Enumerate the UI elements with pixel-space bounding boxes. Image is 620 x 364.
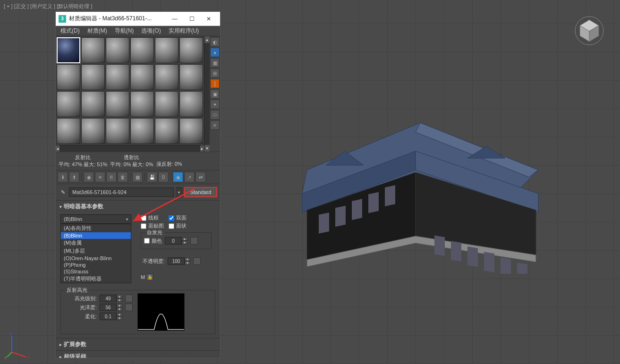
scroll-up-icon[interactable]: ▲ [204, 36, 210, 43]
twoside-checkbox[interactable]: 双面 [169, 214, 187, 221]
maximize-button[interactable]: ☐ [183, 12, 200, 25]
material-name-dropdown[interactable]: ▾ [176, 187, 182, 197]
rollout-header[interactable]: 超级采样 [56, 351, 220, 358]
sample-slot[interactable] [155, 118, 178, 144]
sample-slot[interactable] [155, 91, 178, 117]
opacity-spinner[interactable]: ▲▼ [168, 257, 190, 265]
sample-slot[interactable] [81, 64, 105, 90]
sample-slot[interactable] [106, 91, 129, 117]
scroll-down-icon[interactable]: ▼ [204, 145, 210, 152]
menu-material[interactable]: 材质(M) [85, 26, 110, 36]
map-slot-button[interactable] [193, 257, 201, 265]
spin-down-icon[interactable]: ▼ [117, 316, 122, 320]
put-to-scene-icon[interactable]: ⬆ [69, 172, 79, 182]
rollout-header[interactable]: 扩展参数 [56, 339, 220, 350]
zero-icon[interactable]: 0 [158, 172, 169, 182]
show-map-icon[interactable]: ▦ [132, 172, 143, 182]
sample-slot[interactable] [130, 118, 154, 144]
uv-tile-icon[interactable]: ⊞ [210, 68, 220, 78]
sample-slot[interactable] [106, 64, 129, 90]
copy-icon[interactable]: ⎘ [106, 172, 117, 182]
soften-spinner[interactable]: ▲▼ [100, 313, 122, 320]
sample-slot[interactable] [106, 37, 129, 63]
go-parent-icon[interactable]: ◉ [173, 172, 183, 182]
viewport-label[interactable]: [ + ] [正交 ] [用户定义 ] [默认明暗处理 ] [4, 3, 92, 10]
axis-gizmo[interactable]: x y z [5, 331, 33, 359]
assign-icon[interactable]: ◉ [84, 172, 94, 182]
gloss-spinner[interactable]: ▲▼ [100, 304, 122, 311]
map-slot-button[interactable] [190, 237, 198, 245]
sibling-icon[interactable]: ⇄ [195, 172, 206, 182]
menu-nav[interactable]: 导航(N) [112, 26, 137, 36]
spin-down-icon[interactable]: ▼ [185, 261, 190, 265]
dropdown-current[interactable]: (B)Blinn [60, 214, 131, 224]
building-model[interactable] [274, 104, 557, 274]
scroll-left-icon[interactable]: ◄ [56, 145, 59, 152]
sample-slot[interactable] [130, 91, 154, 117]
sample-slot[interactable] [179, 64, 203, 90]
sample-slot[interactable] [179, 118, 203, 144]
dropdown-item[interactable]: (M)金属 [61, 239, 131, 247]
rollout-header[interactable]: 明暗器基本参数 [56, 201, 220, 212]
spin-up-icon[interactable]: ▲ [182, 237, 187, 241]
spin-down-icon[interactable]: ▼ [117, 307, 122, 311]
sample-slot[interactable] [81, 91, 105, 117]
close-button[interactable]: ✕ [200, 12, 217, 25]
viewcube[interactable] [573, 14, 606, 47]
sample-type-icon[interactable]: ◐ [210, 37, 220, 47]
reset-icon[interactable]: ✕ [95, 172, 105, 182]
map-slot-button[interactable] [125, 304, 133, 311]
spin-down-icon[interactable]: ▼ [182, 241, 187, 245]
slot-scroll-h[interactable]: ◄ ► [56, 145, 204, 152]
sample-slot[interactable] [57, 37, 80, 63]
video-check-icon[interactable]: ║ [210, 79, 220, 88]
sample-slot[interactable] [179, 91, 203, 117]
eyedropper-icon[interactable]: ✎ [59, 188, 67, 196]
list-icon[interactable]: ≡ [210, 120, 220, 130]
map-slot-button[interactable] [125, 295, 133, 302]
sample-slot[interactable] [155, 37, 178, 63]
scroll-right-icon[interactable]: ► [200, 145, 204, 152]
facemap-checkbox[interactable]: 面贴图 [141, 222, 164, 229]
dropdown-item[interactable]: (S)Strauss [61, 268, 131, 275]
dropdown-item[interactable]: (ML)多层 [61, 247, 131, 255]
options-icon[interactable]: ✦ [210, 100, 220, 109]
spin-up-icon[interactable]: ▲ [185, 257, 190, 261]
hl-level-spinner[interactable]: ▲▼ [100, 295, 122, 302]
wire-checkbox[interactable]: 线框 [141, 214, 164, 221]
faceted-checkbox[interactable]: 面状 [169, 222, 187, 229]
backlight-icon[interactable]: ● [210, 48, 220, 57]
sample-slot[interactable] [57, 64, 80, 90]
spin-up-icon[interactable]: ▲ [117, 304, 122, 307]
sample-slot[interactable] [155, 64, 178, 90]
lock-icon[interactable]: 🔒 [146, 273, 153, 281]
titlebar[interactable]: 3 材质编辑器 - Mat3d66-571601-... — ☐ ✕ [56, 12, 220, 26]
menu-mode[interactable]: 模式(D) [58, 26, 83, 36]
slot-scroll-v[interactable]: ▲ ▼ [204, 36, 210, 152]
menu-util[interactable]: 实用程序(U) [166, 26, 202, 36]
sample-slot[interactable] [179, 37, 203, 63]
sample-slot[interactable] [106, 118, 129, 144]
make-preview-icon[interactable]: ▣ [210, 89, 220, 99]
select-by-mat-icon[interactable]: ⬭ [210, 110, 220, 119]
dropdown-item[interactable]: (B)Blinn [61, 232, 131, 239]
spin-down-icon[interactable]: ▼ [117, 298, 122, 302]
go-forward-icon[interactable]: ↗ [184, 172, 195, 182]
minimize-button[interactable]: — [166, 12, 183, 25]
sample-slot[interactable] [57, 118, 80, 144]
spin-up-icon[interactable]: ▲ [117, 313, 122, 316]
sample-slot[interactable] [130, 37, 154, 63]
get-material-icon[interactable]: ⬇ [58, 172, 68, 182]
sample-slot[interactable] [130, 64, 154, 90]
material-name-input[interactable] [69, 187, 174, 197]
delete-icon[interactable]: 🗑 [118, 172, 128, 182]
self-illum-spinner[interactable]: ▲▼ [165, 237, 187, 245]
material-type-button[interactable]: Standard [184, 187, 217, 197]
dropdown-item[interactable]: (A)各向异性 [61, 224, 131, 232]
shader-type-dropdown[interactable]: (B)Blinn (A)各向异性 (B)Blinn (M)金属 (ML)多层 (… [60, 214, 131, 224]
dropdown-item[interactable]: (O)Oren-Nayar-Blinn [61, 255, 131, 262]
sample-slot[interactable] [57, 91, 80, 117]
background-icon[interactable]: ▦ [210, 58, 220, 68]
save-icon[interactable]: 💾 [147, 172, 157, 182]
dropdown-item[interactable]: (T)半透明明暗器 [61, 275, 131, 283]
